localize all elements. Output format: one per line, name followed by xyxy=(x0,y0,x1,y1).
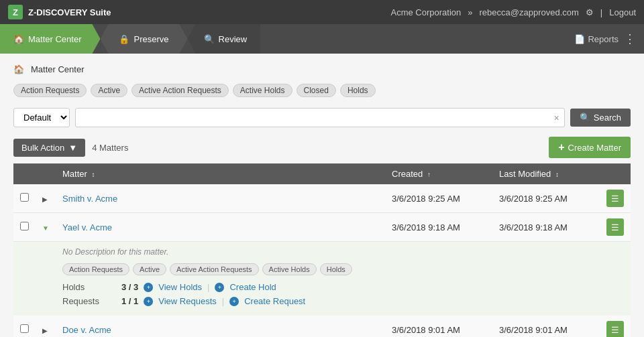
row-created-doe: 3/6/2018 9:01 AM xyxy=(385,316,492,337)
action-button-smith[interactable]: ☰ xyxy=(606,190,624,207)
search-input[interactable] xyxy=(75,108,565,127)
holds-label: Holds xyxy=(62,282,116,292)
checkbox-smith[interactable] xyxy=(20,193,29,202)
expand-button-doe[interactable] xyxy=(42,325,48,335)
detail-tags: Action Requests Active Active Action Req… xyxy=(62,263,624,275)
logout-link[interactable]: Logout xyxy=(609,7,636,17)
search-filter-select[interactable]: Default xyxy=(13,108,70,127)
toolbar: Bulk Action ▼ 4 Matters + Create Matter xyxy=(13,137,631,158)
bulk-action-button[interactable]: Bulk Action ▼ xyxy=(13,139,85,157)
reports-icon: 📄 xyxy=(574,34,585,44)
expand-icon-down xyxy=(42,222,49,232)
header-action xyxy=(600,163,631,184)
detail-tag-3[interactable]: Active Holds xyxy=(262,263,317,275)
create-request-link[interactable]: Create Request xyxy=(244,296,305,306)
matter-link-doe[interactable]: Doe v. Acme xyxy=(62,325,111,335)
action-button-yael[interactable]: ☰ xyxy=(606,218,624,236)
create-hold-icon: + xyxy=(215,283,224,292)
table-row: Smith v. Acme 3/6/2018 9:25 AM 3/6/2018 … xyxy=(13,184,631,213)
matter-center-label: Matter Center xyxy=(28,34,81,44)
header-created[interactable]: Created ↑ xyxy=(385,163,492,184)
row-checkbox[interactable] xyxy=(13,213,36,242)
settings-icon[interactable]: ⚙ xyxy=(586,7,594,17)
row-matter-name: Yael v. Acme xyxy=(56,213,385,242)
action-icon-smith: ☰ xyxy=(611,194,619,204)
row-checkbox[interactable] xyxy=(13,184,36,213)
review-label: Review xyxy=(219,34,248,44)
matters-count: 4 Matters xyxy=(92,143,128,153)
expand-button-yael[interactable] xyxy=(42,222,49,232)
filter-tag-action-requests[interactable]: Action Requests xyxy=(13,84,87,97)
detail-tag-1[interactable]: Active xyxy=(133,263,166,275)
preserve-label: Preserve xyxy=(133,34,168,44)
view-requests-link[interactable]: View Requests xyxy=(158,296,216,306)
detail-tag-2[interactable]: Active Action Requests xyxy=(170,263,259,275)
detail-tag-4[interactable]: Holds xyxy=(320,263,352,275)
modified-sort-icon: ↕ xyxy=(555,171,559,178)
org-name: Acme Corporation xyxy=(391,7,462,17)
detail-tag-0[interactable]: Action Requests xyxy=(62,263,129,275)
row-expand[interactable] xyxy=(36,316,56,337)
more-options-button[interactable]: ⋮ xyxy=(624,31,636,46)
action-icon-yael: ☰ xyxy=(611,222,619,232)
row-matter-name: Doe v. Acme xyxy=(56,316,385,337)
bulk-action-dropdown-icon: ▼ xyxy=(68,143,77,153)
reports-label: Reports xyxy=(588,34,619,44)
row-action-yael: ☰ xyxy=(600,213,631,242)
matter-link-smith[interactable]: Smith v. Acme xyxy=(62,194,117,204)
view-holds-link[interactable]: View Holds xyxy=(158,282,202,292)
filter-tag-active[interactable]: Active xyxy=(91,84,127,97)
page-title-icon: 🏠 xyxy=(13,64,24,74)
row-matter-name: Smith v. Acme xyxy=(56,184,385,213)
matter-sort-icon: ↕ xyxy=(91,171,95,178)
user-email[interactable]: rebecca@zapproved.com xyxy=(480,7,579,17)
requests-separator: | xyxy=(222,296,224,306)
row-expand[interactable] xyxy=(36,184,56,213)
app-branding: Z Z-DISCOVERY Suite xyxy=(8,5,111,19)
row-action-doe: ☰ xyxy=(600,316,631,337)
reports-button[interactable]: 📄 Reports xyxy=(574,34,619,44)
create-matter-button[interactable]: + Create Matter xyxy=(549,137,631,158)
filter-tag-active-holds[interactable]: Active Holds xyxy=(233,84,292,97)
holds-separator: | xyxy=(207,282,209,292)
filter-tag-active-action-requests[interactable]: Active Action Requests xyxy=(131,84,229,97)
create-hold-link[interactable]: Create Hold xyxy=(229,282,276,292)
action-button-doe[interactable]: ☰ xyxy=(606,321,624,337)
detail-description: No Description for this matter. xyxy=(62,247,624,257)
search-clear-icon[interactable]: × xyxy=(554,113,559,123)
header-matter[interactable]: Matter ↕ xyxy=(56,163,385,184)
header-last-modified[interactable]: Last Modified ↕ xyxy=(492,163,600,184)
header-expand xyxy=(36,163,56,184)
table-row: Doe v. Acme 3/6/2018 9:01 AM 3/6/2018 9:… xyxy=(13,316,631,337)
search-input-wrap: × xyxy=(75,108,565,127)
tab-matter-center[interactable]: 🏠 Matter Center xyxy=(0,24,100,54)
page-title: Matter Center xyxy=(31,64,84,74)
filter-tag-holds[interactable]: Holds xyxy=(340,84,376,97)
view-requests-icon: + xyxy=(144,297,153,306)
tab-preserve[interactable]: 🔒 Preserve xyxy=(100,24,187,54)
row-created-smith: 3/6/2018 9:25 AM xyxy=(385,184,492,213)
row-checkbox[interactable] xyxy=(13,316,36,337)
checkbox-doe[interactable] xyxy=(20,324,29,333)
row-created-yael: 3/6/2018 9:18 AM xyxy=(385,213,492,242)
nav-tabs: 🏠 Matter Center 🔒 Preserve 🔍 Review xyxy=(0,24,260,54)
action-icon-doe: ☰ xyxy=(611,325,619,335)
checkbox-yael[interactable] xyxy=(20,222,29,230)
requests-row: Requests 1 / 1 + View Requests | + Creat… xyxy=(62,296,624,306)
table-row: Yael v. Acme 3/6/2018 9:18 AM 3/6/2018 9… xyxy=(13,213,631,242)
tab-review[interactable]: 🔍 Review xyxy=(188,24,261,54)
search-btn-icon: 🔍 xyxy=(580,113,590,123)
expand-button-smith[interactable] xyxy=(42,194,48,204)
view-holds-icon: + xyxy=(144,283,153,292)
search-bar: Default × 🔍 Search xyxy=(13,108,631,127)
preserve-icon: 🔒 xyxy=(119,34,129,44)
filter-tag-closed[interactable]: Closed xyxy=(297,84,336,97)
page-title-area: 🏠 Matter Center xyxy=(13,64,631,74)
requests-label: Requests xyxy=(62,296,116,306)
matter-center-icon: 🏠 xyxy=(13,34,24,44)
app-logo: Z xyxy=(8,5,23,19)
search-button[interactable]: 🔍 Search xyxy=(570,109,631,127)
review-icon: 🔍 xyxy=(204,34,215,44)
matter-link-yael[interactable]: Yael v. Acme xyxy=(62,222,112,232)
row-expand[interactable] xyxy=(36,213,56,242)
